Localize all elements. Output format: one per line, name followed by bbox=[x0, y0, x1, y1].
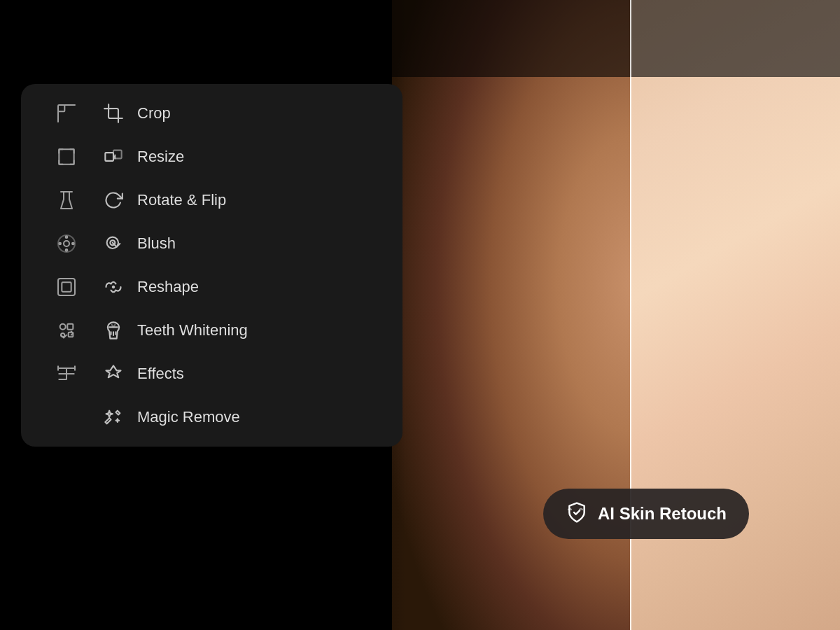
svg-rect-12 bbox=[62, 282, 71, 291]
resize-label: Resize bbox=[137, 148, 184, 166]
svg-rect-1 bbox=[59, 149, 74, 164]
svg-point-5 bbox=[66, 236, 68, 238]
svg-rect-15 bbox=[67, 324, 73, 330]
sidebar-shapes-icon bbox=[49, 319, 84, 342]
reshape-icon bbox=[98, 277, 129, 297]
rotate-menu-item[interactable]: Rotate & Flip bbox=[28, 179, 396, 221]
magic-icon bbox=[98, 407, 129, 427]
sidebar-frame-icon bbox=[49, 276, 84, 298]
svg-point-6 bbox=[66, 249, 68, 251]
magic-menu-item[interactable]: Magic Remove bbox=[28, 396, 396, 438]
crop-menu-item[interactable]: Crop bbox=[28, 92, 396, 134]
sidebar-resize-icon bbox=[49, 146, 84, 168]
sidebar-placeholder-icon bbox=[49, 406, 84, 428]
svg-point-4 bbox=[64, 241, 69, 246]
ai-badge-label: AI Skin Retouch bbox=[598, 504, 727, 524]
effects-label: Effects bbox=[137, 365, 184, 383]
sidebar-flask-icon bbox=[49, 189, 84, 211]
teeth-label: Teeth Whitening bbox=[137, 321, 248, 340]
svg-rect-2 bbox=[105, 153, 113, 161]
blush-label: Blush bbox=[137, 234, 176, 253]
header-background bbox=[0, 0, 840, 77]
effects-icon bbox=[98, 364, 129, 384]
ai-skin-retouch-badge[interactable]: AI Skin Retouch bbox=[543, 489, 749, 539]
svg-rect-0 bbox=[58, 105, 64, 111]
effects-menu-item[interactable]: Effects bbox=[28, 353, 396, 395]
blush-icon bbox=[98, 234, 129, 253]
svg-point-8 bbox=[72, 243, 74, 245]
svg-point-14 bbox=[60, 324, 66, 330]
ai-retouch-icon bbox=[566, 501, 588, 526]
blush-menu-item[interactable]: Blush bbox=[28, 223, 396, 265]
reshape-label: Reshape bbox=[137, 278, 199, 296]
crop-icon bbox=[98, 104, 129, 123]
sidebar-crop-icon bbox=[49, 102, 84, 125]
rotate-icon bbox=[98, 190, 129, 210]
resize-menu-item[interactable]: Resize bbox=[28, 136, 396, 178]
svg-point-13 bbox=[113, 286, 114, 288]
magic-label: Magic Remove bbox=[137, 408, 240, 426]
sidebar-text-icon bbox=[49, 363, 84, 385]
svg-rect-11 bbox=[58, 279, 75, 295]
reshape-menu-item[interactable]: Reshape bbox=[28, 266, 396, 308]
svg-point-7 bbox=[59, 243, 61, 245]
teeth-menu-item[interactable]: Teeth Whitening bbox=[28, 309, 396, 351]
sidebar-eye-icon bbox=[49, 232, 84, 255]
resize-icon bbox=[98, 147, 129, 167]
teeth-icon bbox=[98, 321, 129, 340]
rotate-label: Rotate & Flip bbox=[137, 191, 226, 209]
crop-label: Crop bbox=[137, 104, 171, 122]
svg-point-16 bbox=[61, 333, 64, 337]
tools-panel: Crop Resize bbox=[21, 84, 402, 447]
